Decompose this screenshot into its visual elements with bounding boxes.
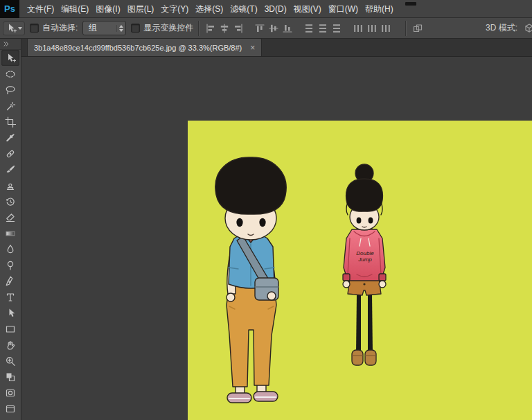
- brush-tool[interactable]: [1, 161, 19, 177]
- menu: 文件(F)编辑(E)图像(I)图层(L)文字(Y)选择(S)滤镜(T)3D(D)…: [24, 0, 397, 17]
- menu-bar: Ps 文件(F)编辑(E)图像(I)图层(L)文字(Y)选择(S)滤镜(T)3D…: [0, 0, 532, 18]
- menu-item-view[interactable]: 视图(V): [290, 0, 325, 18]
- blur-tool[interactable]: [1, 241, 19, 257]
- quickselect-icon: [5, 100, 16, 112]
- photoshop-window: Ps 文件(F)编辑(E)图像(I)图层(L)文字(Y)选择(S)滤镜(T)3D…: [0, 0, 532, 420]
- zoom-tool[interactable]: [1, 353, 19, 369]
- swatches-icon: [5, 371, 16, 383]
- menu-item-layer[interactable]: 图层(L): [124, 0, 158, 18]
- al-centerv-icon: [219, 23, 230, 34]
- hand-icon: [5, 340, 16, 351]
- lasso-tool[interactable]: [1, 82, 19, 98]
- 3d-mode-label: 3D 模式:: [486, 22, 517, 34]
- menu-item-filter[interactable]: 滤镜(T): [227, 0, 260, 18]
- path-selection-tool[interactable]: [1, 305, 19, 321]
- spot-healing-brush-tool[interactable]: [1, 146, 19, 161]
- menu-item-edit[interactable]: 编辑(E): [57, 0, 92, 18]
- menu-item-file[interactable]: 文件(F): [24, 0, 57, 18]
- align-horizontal-group: [204, 21, 245, 35]
- tool-preset-picker[interactable]: [3, 21, 25, 35]
- align-horizontal-centers-button[interactable]: [218, 21, 231, 35]
- screen-mode[interactable]: [1, 401, 19, 417]
- dodge-icon: [5, 260, 16, 271]
- pen-tool[interactable]: [1, 273, 19, 289]
- dist-h-icon: [380, 23, 391, 34]
- alignment-controls: [204, 21, 400, 35]
- distribute-right-edges-button[interactable]: [379, 21, 392, 35]
- pen-icon: [5, 276, 16, 287]
- dist-h-icon: [353, 23, 364, 34]
- gradient-icon: [5, 228, 16, 239]
- auto-select-label: 自动选择:: [42, 22, 78, 34]
- align-top-edges-button[interactable]: [253, 21, 266, 35]
- gradient-tool[interactable]: [1, 225, 19, 241]
- align-bottom-edges-button[interactable]: [281, 21, 294, 35]
- lasso-icon: [5, 85, 16, 96]
- document-tab-bar: 3b1a48e89ce14cd99ffbd536b7cb625e.jpg @ 3…: [21, 39, 532, 57]
- document-tab[interactable]: 3b1a48e89ce14cd99ffbd536b7cb625e.jpg @ 3…: [27, 38, 262, 56]
- clone-stamp-tool[interactable]: [1, 177, 19, 193]
- auto-select-checkbox[interactable]: 自动选择:: [30, 22, 78, 34]
- document-area: 3b1a48e89ce14cd99ffbd536b7cb625e.jpg @ 3…: [21, 39, 532, 420]
- distribute-top-edges-button[interactable]: [302, 21, 315, 35]
- tools-panel: [0, 39, 21, 420]
- move-tool[interactable]: [1, 50, 19, 66]
- show-transform-label: 显示变换控件: [143, 22, 193, 34]
- menu-item-type[interactable]: 文字(Y): [157, 0, 192, 18]
- move-icon: [6, 23, 17, 34]
- distribute-bottom-edges-button[interactable]: [330, 21, 343, 35]
- rectangle-tool[interactable]: [1, 321, 19, 337]
- color-swatches[interactable]: [1, 369, 19, 385]
- caret-down-icon: [18, 27, 22, 30]
- menu-item-threed[interactable]: 3D(D): [261, 0, 290, 18]
- auto-select-target-dropdown[interactable]: 组: [82, 21, 126, 35]
- history-brush-tool[interactable]: [1, 193, 19, 209]
- eraser-tool[interactable]: [1, 209, 19, 225]
- al-right-icon: [233, 23, 244, 34]
- checkbox-icon: [131, 24, 140, 33]
- checkbox-icon: [30, 24, 39, 33]
- distribute-left-edges-button[interactable]: [351, 21, 364, 35]
- photoshop-logo: Ps: [0, 0, 19, 18]
- pathsel-icon: [5, 308, 16, 319]
- quickmask-icon: [5, 387, 16, 399]
- crop-tool[interactable]: [1, 114, 19, 130]
- quick-mask-mode[interactable]: [1, 385, 19, 401]
- history-icon: [5, 196, 16, 207]
- quick-selection-tool[interactable]: [1, 98, 19, 114]
- move-tool-preset-icon: [6, 23, 17, 34]
- al-left-icon: [205, 23, 216, 34]
- type-tool[interactable]: [1, 289, 19, 305]
- distribute-vertical-centers-button[interactable]: [316, 21, 329, 35]
- hoodie-text-line1: Double: [356, 250, 374, 256]
- menu-item-image[interactable]: 图像(I): [92, 0, 123, 18]
- 3d-mode-cube-button[interactable]: [522, 21, 532, 35]
- menu-item-select[interactable]: 选择(S): [192, 0, 227, 18]
- screenmode-icon: [5, 403, 16, 414]
- show-transform-controls-checkbox[interactable]: 显示变换控件: [131, 22, 193, 34]
- elliptical-marquee-tool[interactable]: [1, 66, 19, 82]
- align-vertical-centers-button[interactable]: [267, 21, 280, 35]
- crop-icon: [5, 116, 16, 128]
- eraser-icon: [5, 212, 16, 223]
- minimize-icon[interactable]: [405, 2, 416, 6]
- distribute-horizontal-centers-button[interactable]: [365, 21, 378, 35]
- close-tab-icon[interactable]: ×: [250, 44, 255, 52]
- canvas-area[interactable]: Double Jump: [21, 57, 532, 420]
- healing-icon: [5, 148, 16, 159]
- align-right-edges-button[interactable]: [231, 21, 245, 35]
- al-bottom-icon: [282, 23, 293, 34]
- hand-tool[interactable]: [1, 337, 19, 353]
- menu-item-help[interactable]: 帮助(H): [362, 0, 397, 18]
- open-image: Double Jump: [188, 121, 532, 420]
- cube-icon: [524, 23, 532, 34]
- auto-align-layers-button[interactable]: [411, 21, 424, 35]
- distribute-horizontal-group: [351, 21, 392, 35]
- eyedropper-tool[interactable]: [1, 130, 19, 146]
- align-left-edges-button[interactable]: [204, 21, 217, 35]
- menu-item-window[interactable]: 窗口(W): [325, 0, 362, 18]
- distribute-vertical-group: [302, 21, 343, 35]
- dropdown-value: 组: [89, 22, 97, 34]
- dodge-tool[interactable]: [1, 257, 19, 273]
- collapse-tools-button[interactable]: [0, 39, 21, 50]
